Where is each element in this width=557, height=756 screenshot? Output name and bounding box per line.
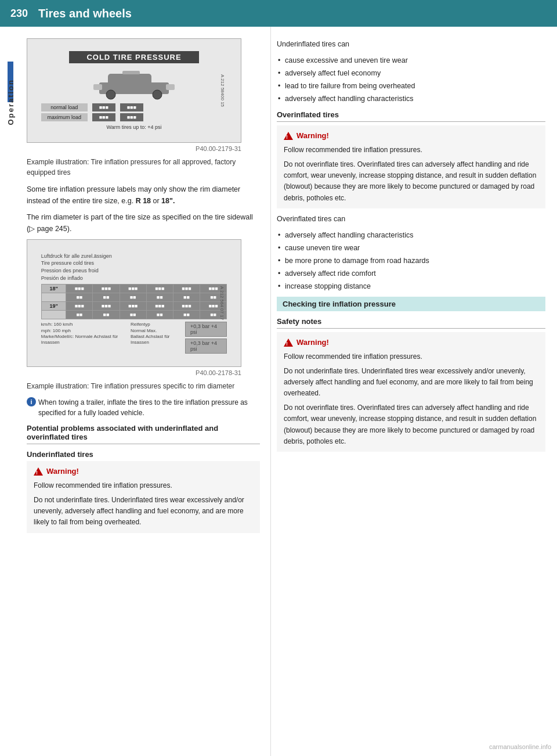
overinflated-heading: Overinflated tires — [277, 110, 545, 119]
tire-pressure-rim-image: A 212 564 07 17 Luftdruck für alle zurel… — [27, 239, 241, 367]
car-svg — [93, 68, 175, 100]
warning-triangle-overinflated — [284, 132, 293, 140]
warning-title-safety: Warning! — [284, 337, 538, 349]
watermark: carmanualsonline.info — [489, 743, 551, 750]
cold-tire-pressure-image: A 212 58400 15 COLD TIRE PRESSURE — [27, 38, 241, 143]
svg-point-2 — [106, 90, 115, 99]
image1-ref: P40.00-2179-31 — [27, 145, 241, 152]
blank2-6: ■■ — [173, 311, 200, 319]
image-serial-1: A 212 58400 15 — [219, 74, 225, 107]
warning-text1-left: Follow recommended tire inflation pressu… — [34, 480, 253, 491]
warning-box-left: Warning! Follow recommended tire inflati… — [27, 461, 260, 533]
underinflated-heading-left: Underinflated tires — [27, 450, 260, 459]
body-text-sidewall: The rim diameter is part of the tire siz… — [27, 211, 260, 235]
img2-header-text: Luftdruck für alle zurel.ässigen Tire pr… — [41, 253, 112, 282]
info-row: i When towing a trailer, inflate the tir… — [27, 397, 260, 418]
page-title: Tires and wheels — [38, 7, 132, 20]
table-row-blank1: ■■ ■■ ■■ ■■ ■■ ■■ — [41, 293, 226, 302]
plus-4-2: +0,3 bar +4 psi — [185, 339, 227, 354]
blank1-6: ■■ — [173, 293, 200, 302]
max-load-label: maximum load — [41, 113, 88, 121]
plus-4-1: +0,3 bar +4 psi — [185, 322, 227, 337]
img2-header: Luftdruck für alle zurel.ässigen Tire pr… — [41, 253, 227, 282]
normal-load-label: normal load — [41, 103, 88, 111]
safety-warning-text2: Do not underinflate tires. Underinflated… — [284, 366, 538, 399]
img2-content: Luftdruck für alle zurel.ässigen Tire pr… — [27, 249, 241, 357]
info-text: When towing a trailer, inflate the tires… — [38, 397, 260, 418]
bullet-overinflated-stopping: increase stopping distance — [277, 280, 545, 292]
bullet-excessive-wear: cause excessive and uneven tire wear — [277, 55, 545, 66]
val-19-2: ■■■ — [93, 302, 120, 311]
blank1-4: ■■ — [120, 293, 146, 302]
cold-tire-header: COLD TIRE PRESSURE — [69, 51, 198, 63]
overinflated-warning-text2: Do not overinflate tires. Overinflated t… — [284, 159, 538, 204]
blank1-3: ■■ — [93, 293, 120, 302]
img2-footer: km/h: 160 km/h mph: 100 mph Marke/Modell… — [41, 322, 227, 354]
right-column: Underinflated tires can cause excessive … — [270, 27, 557, 756]
warning-text2-left: Do not underinflate tires. Underinflated… — [34, 495, 253, 528]
bullet-tire-failure: lead to tire failure from being overheat… — [277, 80, 545, 92]
bullet-fuel-economy: adversely affect fuel economy — [277, 67, 545, 79]
val-18-2: ■■■ — [93, 285, 120, 293]
footer-left: km/h: 160 km/h mph: 100 mph Marke/Modell… — [41, 322, 131, 354]
separator-3 — [277, 328, 545, 329]
bullet-overinflated-wear: cause uneven tire wear — [277, 242, 545, 254]
val-19-1: ■■■ — [66, 302, 93, 311]
rim-label-19: 19" — [41, 302, 66, 311]
warning-triangle-left — [34, 467, 43, 476]
footer-right: +0,3 bar +4 psi +0,3 bar +4 psi — [185, 322, 227, 354]
blank2-4: ■■ — [120, 311, 146, 319]
warning-title-left: Warning! — [34, 466, 253, 478]
checking-heading: Checking tire inflation pressure — [277, 297, 545, 311]
safety-notes-heading: Safety notes — [277, 317, 545, 326]
safety-warning-text1: Follow recommended tire inflation pressu… — [284, 351, 538, 362]
overinflated-warning-text1: Follow recommended tire inflation pressu… — [284, 145, 538, 156]
val-18-4: ■■■ — [146, 285, 173, 293]
val-18-3: ■■■ — [120, 285, 146, 293]
underinflated-can-text: Underinflated tires can — [277, 38, 545, 50]
val-19-3: ■■■ — [120, 302, 146, 311]
svg-rect-1 — [108, 74, 151, 85]
warm-tires-note: Warm tires up to: +4 psi — [107, 124, 162, 130]
potential-problems-heading: Potential problems associated with under… — [27, 424, 260, 441]
warning-box-safety: Warning! Follow recommended tire inflati… — [277, 332, 545, 452]
val-18-5: ■■■ — [173, 285, 200, 293]
sidebar-label: Operation — [6, 79, 15, 125]
blank1-1 — [41, 293, 66, 302]
bullet-overinflated-handling: adversely affect handling characteristic… — [277, 229, 545, 241]
val-19-5: ■■■ — [173, 302, 200, 311]
body-text-rim: Some tire inflation pressure labels may … — [27, 183, 260, 207]
image-serial-2: A 212 564 07 17 — [219, 286, 224, 320]
tire-pressure-table: 18" ■■■ ■■■ ■■■ ■■■ ■■■ ■■■ ■■ ■■ — [41, 284, 227, 319]
normal-load-val1: ■■■ — [92, 103, 115, 111]
safety-warning-text3: Do not overinflate tires. Overinflated t… — [284, 402, 538, 447]
max-load-val2: ■■■ — [120, 113, 143, 121]
page-number: 230 — [10, 8, 28, 20]
overinflated-bullet-list: adversely affect handling characteristic… — [277, 229, 545, 292]
blank1-2: ■■ — [66, 293, 93, 302]
warning-triangle-safety — [284, 339, 293, 347]
table-row-18: 18" ■■■ ■■■ ■■■ ■■■ ■■■ ■■■ — [41, 285, 226, 293]
normal-load-val2: ■■■ — [120, 103, 143, 111]
blank2-1 — [41, 311, 66, 319]
svg-rect-6 — [166, 84, 175, 90]
svg-rect-4 — [122, 71, 140, 74]
blank1-5: ■■ — [146, 293, 173, 302]
max-load-row: maximum load ■■■ ■■■ — [41, 113, 227, 121]
val-19-4: ■■■ — [146, 302, 173, 311]
svg-rect-5 — [93, 84, 102, 90]
normal-load-row: normal load ■■■ ■■■ — [41, 103, 227, 111]
caption-text-1: Example illustration: Tire inflation pre… — [27, 157, 241, 178]
table-row-blank2: ■■ ■■ ■■ ■■ ■■ ■■ — [41, 311, 226, 319]
warning-title-overinflated: Warning! — [284, 130, 538, 142]
left-column: A 212 58400 15 COLD TIRE PRESSURE — [21, 27, 270, 756]
val-18-1: ■■■ — [66, 285, 93, 293]
max-load-val1: ■■■ — [92, 113, 115, 121]
header-bar: 230 Tires and wheels — [0, 0, 557, 27]
warning-box-overinflated: Warning! Follow recommended tire inflati… — [277, 125, 545, 208]
table-row-19: 19" ■■■ ■■■ ■■■ ■■■ ■■■ ■■■ — [41, 302, 226, 311]
footer-mid: Reifentyp Normal Max. Ballast Achslast f… — [131, 322, 185, 354]
bullet-handling: adversely affect handling characteristic… — [277, 93, 545, 105]
separator-2 — [277, 121, 545, 122]
blank2-2: ■■ — [66, 311, 93, 319]
